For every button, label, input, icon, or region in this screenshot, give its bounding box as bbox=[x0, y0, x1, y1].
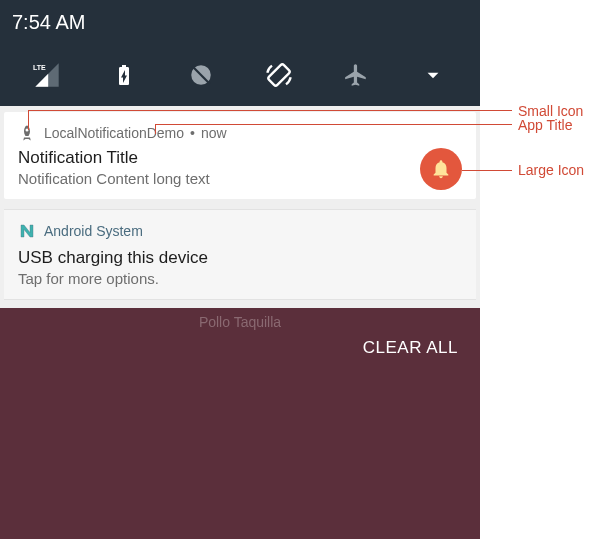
callout-line bbox=[462, 170, 512, 171]
quick-settings-row: LTE bbox=[0, 44, 480, 106]
battery-charging-icon[interactable] bbox=[110, 61, 138, 89]
shade-background: Pollo Taquilla CLEAR ALL bbox=[0, 308, 480, 539]
notification-content: Tap for more options. bbox=[18, 270, 462, 287]
app-title-text: Android System bbox=[44, 223, 143, 239]
annotation-large-icon: Large Icon bbox=[518, 162, 584, 178]
app-title-text: LocalNotificationDemo bbox=[44, 125, 184, 141]
android-n-icon bbox=[18, 222, 36, 240]
callout-line bbox=[28, 110, 512, 111]
notification-title: USB charging this device bbox=[18, 248, 462, 268]
clear-all-button[interactable]: CLEAR ALL bbox=[363, 338, 458, 358]
device-frame: 7:54 AM LTE bbox=[0, 0, 480, 539]
separator-dot: • bbox=[190, 125, 195, 141]
status-bar: 7:54 AM bbox=[0, 0, 480, 44]
bell-large-icon bbox=[420, 148, 462, 190]
callout-line bbox=[28, 110, 29, 130]
signal-lte-icon[interactable]: LTE bbox=[33, 61, 61, 89]
svg-text:LTE: LTE bbox=[33, 64, 46, 71]
annotation-app-title: App Title bbox=[518, 117, 572, 133]
notification-title: Notification Title bbox=[18, 148, 462, 168]
timestamp-text: now bbox=[201, 125, 227, 141]
notification-header: LocalNotificationDemo • now bbox=[18, 124, 462, 142]
callout-line bbox=[155, 124, 512, 125]
notification-content: Notification Content long text bbox=[18, 170, 462, 187]
system-notification-card[interactable]: Android System USB charging this device … bbox=[4, 209, 476, 300]
airplane-mode-icon[interactable] bbox=[342, 61, 370, 89]
expand-chevron-icon[interactable] bbox=[419, 61, 447, 89]
dnd-off-icon[interactable] bbox=[187, 61, 215, 89]
rocket-small-icon bbox=[18, 124, 36, 142]
notification-header: Android System bbox=[18, 222, 462, 240]
notification-shade: LocalNotificationDemo • now Notification… bbox=[0, 106, 480, 539]
clock-text: 7:54 AM bbox=[12, 11, 85, 34]
auto-rotate-icon[interactable] bbox=[265, 61, 293, 89]
background-app-label: Pollo Taquilla bbox=[199, 314, 281, 330]
notification-card[interactable]: LocalNotificationDemo • now Notification… bbox=[4, 112, 476, 199]
callout-line bbox=[155, 124, 156, 134]
